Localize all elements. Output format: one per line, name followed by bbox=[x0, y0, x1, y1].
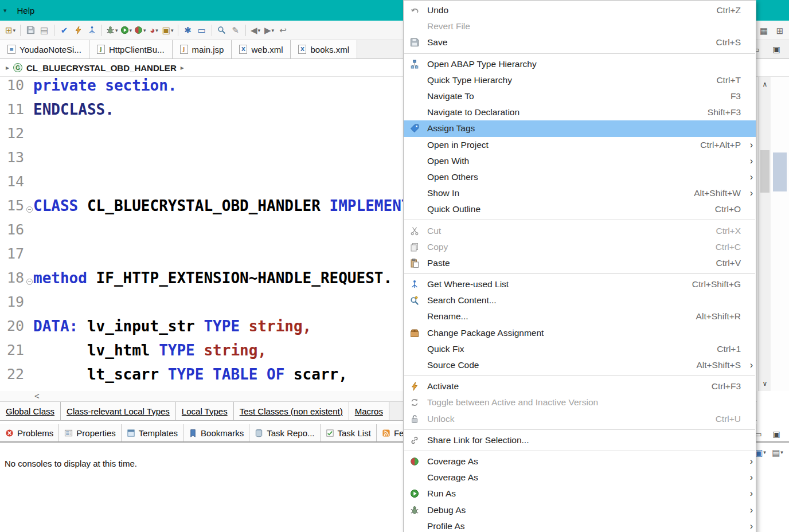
menu-item-open-in-project[interactable]: Open in ProjectCtrl+Alt+P› bbox=[404, 137, 756, 153]
class-section-tab[interactable]: Local Types bbox=[176, 402, 234, 420]
editor-tab[interactable]: Jmain.jsp bbox=[173, 40, 232, 58]
menu-item-share-link-for-selection[interactable]: Share Link for Selection... bbox=[404, 432, 756, 448]
print-icon: ▤ bbox=[40, 26, 48, 34]
menubar-help[interactable]: Help bbox=[14, 4, 38, 17]
menu-item-navigate-to[interactable]: Navigate ToF3 bbox=[404, 88, 756, 104]
editor-tab[interactable]: JHttpClientBu... bbox=[89, 40, 173, 58]
menu-item-label: Undo bbox=[427, 5, 716, 15]
menu-item-shortcut: Ctrl+Alt+P bbox=[700, 140, 741, 150]
editor-tab[interactable]: ≡YoudaoNoteSi... bbox=[0, 40, 89, 58]
menu-item-coverage-as-1[interactable]: Coverage As› bbox=[404, 453, 756, 470]
menu-item-assign-tags[interactable]: Assign Tags bbox=[404, 120, 756, 136]
menu-item-unlock[interactable]: UnlockCtrl+U bbox=[404, 411, 756, 427]
menu-item-copy[interactable]: CopyCtrl+C bbox=[404, 239, 756, 255]
run-button[interactable]: ▾ bbox=[119, 23, 134, 38]
view-tab[interactable]: Problems bbox=[0, 424, 59, 441]
new-button[interactable]: ⊞▾ bbox=[3, 23, 17, 38]
menu-item-rename[interactable]: Rename...Alt+Shift+R bbox=[404, 308, 756, 324]
menu-item-search-content[interactable]: Search Content... bbox=[404, 292, 756, 308]
menu-item-run-as[interactable]: Run As› bbox=[404, 486, 756, 502]
scroll-up-arrow-icon[interactable]: ∧ bbox=[759, 80, 771, 88]
menu-item-quick-type-hierarchy[interactable]: Quick Type HierarchyCtrl+T bbox=[404, 72, 756, 88]
menu-item-quick-outline[interactable]: Quick OutlineCtrl+O bbox=[404, 201, 756, 217]
check-syntax-button[interactable]: ✔ bbox=[57, 23, 71, 38]
mark-occurrences-button[interactable]: ✎ bbox=[229, 23, 243, 38]
menu-item-revert-file[interactable]: Revert File bbox=[404, 18, 756, 34]
menu-item-source-code[interactable]: Source CodeAlt+Shift+S› bbox=[404, 357, 756, 373]
back-button[interactable]: ◀▾ bbox=[249, 23, 263, 38]
fold-marker-icon[interactable] bbox=[26, 206, 33, 213]
menu-item-quick-fix[interactable]: Quick FixCtrl+1 bbox=[404, 341, 756, 357]
line-number: 17 bbox=[0, 245, 24, 269]
editor-tab[interactable]: Xweb.xml bbox=[232, 40, 291, 58]
code-token: scarr, bbox=[294, 366, 347, 383]
menu-item-activate[interactable]: ActivateCtrl+F3 bbox=[404, 378, 756, 394]
no-icon bbox=[408, 472, 421, 483]
editor-tab[interactable]: Xbooks.xml bbox=[291, 40, 357, 58]
last-edit-location-button[interactable]: ↩ bbox=[276, 23, 290, 38]
editor-vscrollbar[interactable]: ∧ ∨ bbox=[758, 77, 771, 391]
class-section-tab[interactable]: Macros bbox=[349, 402, 389, 420]
breadcrumb-class-name[interactable]: CL_BLUECRYSTAL_OBD_HANDLER bbox=[26, 63, 177, 73]
menu-item-profile-as[interactable]: Profile As› bbox=[404, 518, 756, 532]
forward-button[interactable]: ▶▾ bbox=[263, 23, 276, 38]
no-icon bbox=[408, 140, 421, 150]
open-perspective-button[interactable]: ⊞ bbox=[773, 23, 787, 38]
view-tab[interactable]: Task List bbox=[321, 424, 377, 441]
class-section-tab[interactable]: Class-relevant Local Types bbox=[61, 402, 176, 420]
menu-item-undo[interactable]: UndoCtrl+Z bbox=[404, 2, 756, 18]
menu-item-coverage-as-2[interactable]: Coverage As› bbox=[404, 470, 756, 486]
menu-item-change-package-assignment[interactable]: Change Package Assignment bbox=[404, 325, 756, 341]
view-tab[interactable]: Bookmarks bbox=[183, 424, 249, 441]
open-abap-object-button[interactable]: ▭ bbox=[195, 23, 209, 38]
menu-item-get-where-used-list[interactable]: Get Where-used ListCtrl+Shift+G bbox=[404, 276, 756, 292]
menu-item-save[interactable]: SaveCtrl+S bbox=[404, 34, 756, 50]
line-number: 14 bbox=[0, 173, 24, 197]
code-token: IF_HTTP_EXTENSION~HANDLE_REQUEST. bbox=[96, 269, 393, 287]
properties-icon bbox=[64, 429, 73, 437]
menu-item-cut[interactable]: CutCtrl+X bbox=[404, 222, 756, 238]
fold-marker-icon[interactable] bbox=[26, 279, 33, 285]
menu-item-open-abap-type-hierarchy[interactable]: Open ABAP Type Hierarchy bbox=[404, 56, 756, 72]
class-section-tab[interactable]: Global Class bbox=[0, 402, 61, 420]
perspective-button[interactable]: ▦ bbox=[757, 23, 771, 38]
scroll-down-arrow-icon[interactable]: ∨ bbox=[759, 380, 771, 388]
run-icon bbox=[408, 488, 421, 499]
menu-item-open-with[interactable]: Open With› bbox=[404, 153, 756, 169]
code-text: CLASS CL_BLUECRYSTAL_OBD_HANDLER IMPLEME… bbox=[33, 197, 464, 221]
menu-item-label: Save bbox=[427, 37, 716, 48]
maximize-view-button[interactable]: ▣ bbox=[770, 42, 783, 57]
external-tools-button[interactable]: ▣▾ bbox=[161, 23, 175, 38]
coverage-button[interactable]: ▾ bbox=[133, 23, 147, 38]
editor-tab-label: main.jsp bbox=[192, 45, 224, 54]
search-button[interactable] bbox=[215, 23, 229, 38]
view-tab[interactable]: Templates bbox=[122, 424, 183, 441]
search-icon bbox=[217, 26, 226, 34]
profile-button[interactable]: ◕▾ bbox=[147, 23, 161, 38]
view-tab[interactable]: Properties bbox=[59, 424, 121, 441]
debug-button[interactable]: ▾ bbox=[105, 23, 119, 38]
activate-button[interactable] bbox=[71, 23, 85, 38]
menu-item-debug-as[interactable]: Debug As› bbox=[404, 502, 756, 518]
maximize-panel-button[interactable]: ▣ bbox=[770, 427, 783, 441]
save-button[interactable] bbox=[24, 23, 37, 38]
breadcrumb-chevron-icon[interactable]: ▸ bbox=[181, 64, 184, 72]
breadcrumb-expand-icon[interactable]: ▸ bbox=[6, 64, 9, 72]
menu-item-open-others[interactable]: Open Others› bbox=[404, 169, 756, 185]
code-token: private section. bbox=[33, 77, 177, 94]
vscroll-thumb[interactable] bbox=[760, 150, 770, 193]
print-button[interactable]: ▤ bbox=[37, 23, 51, 38]
menu-item-show-in[interactable]: Show InAlt+Shift+W› bbox=[404, 185, 756, 201]
where-used-button[interactable] bbox=[85, 23, 99, 38]
menu-item-toggle-active-inactive[interactable]: Toggle between Active and Inactive Versi… bbox=[404, 394, 756, 410]
profile-icon: ◕ bbox=[150, 26, 155, 34]
hscroll-left-arrow-icon[interactable]: < bbox=[34, 391, 40, 401]
menu-item-navigate-to-declaration[interactable]: Navigate to DeclarationShift+F3 bbox=[404, 104, 756, 120]
display-console-button[interactable]: ▤▾ bbox=[771, 445, 784, 460]
code-text: method IF_HTTP_EXTENSION~HANDLE_REQUEST. bbox=[33, 269, 392, 294]
view-tab[interactable]: Task Repo... bbox=[249, 424, 320, 441]
menu-item-shortcut: F3 bbox=[731, 91, 741, 101]
menu-item-paste[interactable]: PasteCtrl+V bbox=[404, 255, 756, 271]
class-section-tab[interactable]: Test Classes (non existent) bbox=[234, 402, 349, 420]
new-abap-object-button[interactable]: ✱ bbox=[181, 23, 195, 38]
